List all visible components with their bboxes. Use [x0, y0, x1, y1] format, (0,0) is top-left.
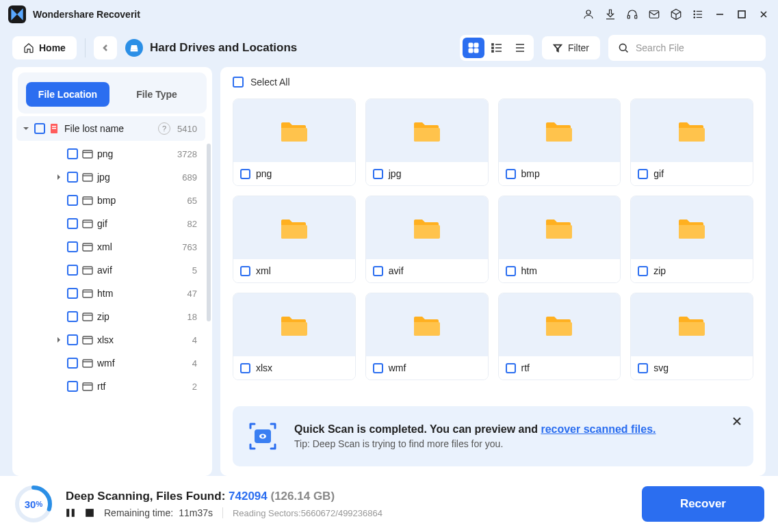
user-icon[interactable] — [582, 8, 595, 21]
folder-thumb — [366, 196, 488, 259]
checkbox[interactable] — [67, 265, 78, 276]
caret-right-icon[interactable] — [55, 174, 63, 180]
minimize-button[interactable] — [714, 8, 726, 21]
recover-button[interactable]: Recover — [642, 486, 764, 522]
folder-card[interactable]: htm — [498, 196, 621, 283]
caret-down-icon[interactable] — [22, 126, 30, 131]
tree-item[interactable]: xml763 — [16, 235, 205, 258]
tree-item[interactable]: gif82 — [16, 212, 205, 235]
tree-item[interactable]: jpg689 — [16, 165, 205, 189]
scrollbar[interactable] — [207, 144, 211, 321]
mail-icon[interactable] — [648, 8, 660, 21]
checkbox[interactable] — [373, 363, 383, 373]
home-button[interactable]: Home — [12, 36, 77, 59]
folder-thumb — [499, 293, 621, 356]
checkbox[interactable] — [506, 363, 516, 373]
checkbox[interactable] — [67, 288, 78, 299]
checkbox[interactable] — [240, 169, 250, 179]
folder-card[interactable]: svg — [630, 293, 753, 380]
reading-sectors: Reading Sectors:5660672/499236864 — [233, 508, 382, 518]
checkbox[interactable] — [67, 311, 78, 322]
folder-card[interactable]: wmf — [365, 293, 489, 380]
remaining-value: 11m37s — [179, 507, 213, 518]
tree-item-label: rtf — [97, 381, 188, 392]
view-grid-button[interactable] — [463, 38, 484, 58]
cube-icon[interactable] — [670, 8, 682, 21]
notify-close-button[interactable] — [730, 414, 744, 428]
folder-card[interactable]: bmp — [498, 98, 621, 186]
checkbox[interactable] — [373, 169, 383, 179]
tree-item[interactable]: bmp65 — [16, 189, 205, 212]
caret-right-icon[interactable] — [55, 337, 63, 343]
folder-outline-icon — [82, 288, 93, 299]
tree-item[interactable]: htm47 — [16, 282, 205, 305]
checkbox[interactable] — [67, 218, 78, 229]
folder-outline-icon — [82, 381, 93, 392]
tree-item[interactable]: zip18 — [16, 305, 205, 328]
pause-button[interactable] — [66, 508, 75, 518]
filter-button[interactable]: Filter — [542, 36, 600, 59]
checkbox[interactable] — [67, 148, 78, 159]
tree-item[interactable]: png3728 — [16, 142, 205, 165]
folder-card[interactable]: rtf — [498, 293, 621, 380]
tab-file-location[interactable]: File Location — [26, 82, 109, 107]
back-button[interactable] — [94, 36, 117, 59]
checkbox[interactable] — [67, 381, 78, 392]
checkbox[interactable] — [240, 266, 250, 276]
folder-outline-icon — [82, 358, 93, 369]
checkbox[interactable] — [373, 266, 383, 276]
select-all-checkbox[interactable] — [233, 77, 244, 88]
folder-card[interactable]: png — [233, 98, 356, 186]
view-compact-button[interactable] — [509, 38, 531, 58]
tree-item[interactable]: avif5 — [16, 258, 205, 282]
tree-item[interactable]: rtf2 — [16, 375, 205, 398]
file-tree: File lost name ? 5410 png3728jpg689bmp65… — [12, 116, 212, 476]
download-icon[interactable] — [604, 8, 617, 21]
folder-card[interactable]: gif — [630, 98, 753, 186]
tab-file-type[interactable]: File Type — [115, 82, 198, 107]
help-icon[interactable]: ? — [158, 122, 170, 135]
tree-item[interactable]: wmf4 — [16, 351, 205, 375]
svg-rect-10 — [474, 43, 478, 47]
home-label: Home — [39, 42, 66, 53]
checkbox[interactable] — [67, 172, 78, 183]
folder-card[interactable]: jpg — [365, 98, 489, 186]
headset-icon[interactable] — [626, 8, 638, 21]
home-icon — [23, 42, 34, 53]
svg-point-6 — [694, 14, 695, 15]
checkbox[interactable] — [67, 195, 78, 206]
checkbox[interactable] — [638, 363, 648, 373]
maximize-button[interactable] — [736, 8, 748, 21]
stop-button[interactable] — [85, 508, 94, 518]
folder-thumb — [631, 293, 753, 356]
svg-rect-25 — [66, 509, 69, 517]
tree-root[interactable]: File lost name ? 5410 — [16, 116, 205, 141]
folder-card[interactable]: avif — [365, 196, 489, 283]
svg-rect-27 — [86, 509, 94, 517]
checkbox[interactable] — [240, 363, 250, 373]
view-list-button[interactable] — [486, 38, 508, 58]
folder-card[interactable]: zip — [630, 196, 753, 283]
filter-icon — [553, 43, 562, 53]
folder-card[interactable]: xml — [233, 196, 356, 283]
checkbox[interactable] — [638, 169, 648, 179]
close-button[interactable] — [757, 8, 770, 21]
tree-item-count: 65 — [187, 196, 197, 206]
drive-icon — [125, 39, 143, 57]
checkbox[interactable] — [34, 123, 45, 134]
tree-item-count: 4 — [192, 358, 197, 369]
folder-thumb — [233, 99, 355, 162]
search-box[interactable] — [608, 35, 766, 61]
list-icon[interactable] — [692, 8, 704, 21]
checkbox[interactable] — [506, 169, 516, 179]
checkbox[interactable] — [638, 266, 648, 276]
search-input[interactable] — [636, 42, 756, 53]
checkbox[interactable] — [67, 241, 78, 252]
checkbox[interactable] — [506, 266, 516, 276]
checkbox[interactable] — [67, 334, 78, 345]
folder-name: xlsx — [256, 362, 272, 373]
folder-card[interactable]: xlsx — [233, 293, 356, 380]
checkbox[interactable] — [67, 358, 78, 369]
tree-item[interactable]: xlsx4 — [16, 328, 205, 351]
recover-files-link[interactable]: recover scanned files. — [541, 423, 656, 435]
